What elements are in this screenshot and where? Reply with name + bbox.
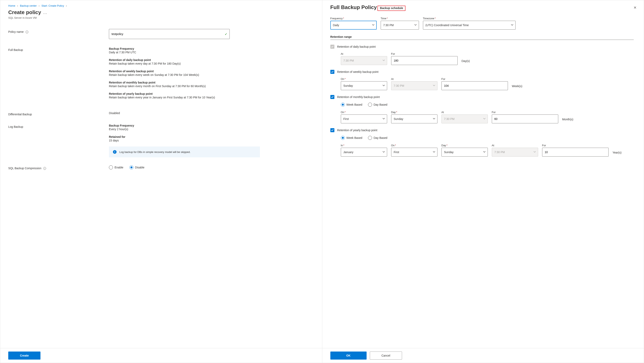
frequency-label: Frequency* (330, 17, 377, 20)
compression-label: SQL Backup Compression i (8, 165, 109, 170)
monthly-on-select[interactable]: First (341, 114, 387, 123)
retention-range-heading: Retention range (330, 35, 634, 38)
monthly-day-select[interactable]: Sunday (391, 114, 438, 123)
monthly-retention-value: Retain backup taken every month on First… (109, 84, 312, 88)
chevron-right-icon: › (66, 4, 67, 7)
monthly-at-select: 7:30 PM (442, 114, 488, 123)
differential-backup-label: Differential Backup (8, 111, 109, 116)
daily-retention-value: Retain backup taken every day at 7:30 PM… (109, 62, 312, 65)
timezone-select[interactable]: (UTC) Coordinated Universal Time (423, 21, 516, 29)
yearly-week-based-radio[interactable]: Week Based (341, 136, 362, 140)
chevron-down-icon (433, 150, 435, 154)
breadcrumb: Home › Backup center › Start: Create Pol… (8, 4, 312, 7)
chevron-down-icon (433, 117, 435, 120)
monthly-on-label: On* (341, 111, 387, 114)
chevron-down-icon (382, 150, 385, 154)
weekly-retention-value: Retain backup taken every week on Sunday… (109, 73, 312, 76)
breadcrumb-backup-center[interactable]: Backup center (20, 4, 37, 7)
monthly-unit: Month(s) (562, 118, 573, 123)
policy-name-label: Policy name i (8, 29, 109, 33)
chevron-down-icon (433, 84, 435, 87)
yearly-retention-value: Retain backup taken every year in Januar… (109, 96, 312, 99)
compression-enable-radio[interactable]: Enable (109, 165, 124, 169)
yearly-retention-heading: Retention of yearly backup point (109, 92, 312, 95)
info-banner-text: Log backup for DBs in simple recovery mo… (120, 150, 190, 154)
log-freq-heading: Backup Frequency (109, 124, 312, 127)
weekly-on-label: On* (341, 77, 387, 80)
daily-retention-label: Retention of daily backup point (337, 45, 376, 48)
monthly-retention-checkbox[interactable] (330, 95, 334, 99)
policy-name-input[interactable] (109, 29, 230, 39)
monthly-day-label: Day* (391, 111, 438, 114)
chevron-right-icon: › (17, 4, 18, 7)
log-backup-label: Log Backup (8, 124, 109, 128)
time-select[interactable]: 7:30 PM (381, 21, 419, 29)
chevron-right-icon: › (39, 4, 40, 7)
full-freq-heading: Backup Frequency (109, 47, 312, 50)
close-icon[interactable]: ✕ (632, 4, 638, 11)
chevron-down-icon (483, 117, 486, 120)
timezone-label: Timezone* (423, 17, 516, 20)
weekly-for-label: For (442, 77, 508, 80)
monthly-for-input[interactable] (492, 114, 558, 123)
weekly-at-select: 7:30 PM (391, 81, 438, 90)
info-icon: i (113, 150, 116, 154)
info-icon[interactable]: i (26, 30, 28, 33)
weekly-on-select[interactable]: Sunday (341, 81, 387, 90)
monthly-at-label: At (442, 111, 488, 114)
time-label: Time* (381, 17, 419, 20)
cancel-button[interactable]: Cancel (370, 352, 402, 360)
yearly-retention-label: Retention of yearly backup point (337, 129, 378, 132)
yearly-day-label: Day* (442, 144, 488, 147)
yearly-on-select[interactable]: First (391, 148, 438, 157)
daily-at-label: At (341, 52, 387, 55)
daily-for-label: For (391, 52, 458, 55)
compression-disable-radio[interactable]: Disable (130, 165, 144, 169)
yearly-unit: Year(s) (612, 151, 622, 157)
monthly-day-based-radio[interactable]: Day Based (368, 103, 387, 107)
yearly-in-label: In* (341, 144, 387, 147)
page-title: Create policy (8, 9, 41, 15)
monthly-retention-heading: Retention of monthly backup point (109, 81, 312, 84)
monthly-week-based-radio[interactable]: Week Based (341, 103, 362, 107)
full-freq-value: Daily at 7:30 PM UTC (109, 51, 312, 54)
log-retained-value: 15 days (109, 139, 312, 142)
yearly-at-select: 7:30 PM (492, 148, 538, 157)
full-backup-label: Full Backup (8, 47, 109, 51)
breadcrumb-home[interactable]: Home (8, 4, 15, 7)
chevron-down-icon (382, 117, 385, 120)
weekly-at-label: At (391, 77, 438, 80)
monthly-retention-label: Retention of monthly backup point (337, 95, 380, 99)
yearly-for-input[interactable] (542, 148, 608, 157)
daily-unit: Day(s) (462, 59, 470, 65)
differential-value: Disabled (109, 111, 312, 115)
log-retained-heading: Retained for (109, 135, 312, 138)
chevron-down-icon (534, 150, 536, 154)
chevron-down-icon (414, 23, 417, 27)
weekly-retention-label: Retention of weekly backup point (337, 70, 378, 73)
yearly-for-label: For (542, 144, 608, 147)
chevron-down-icon (511, 23, 513, 27)
log-freq-value: Every 2 hour(s) (109, 128, 312, 131)
breadcrumb-start-create-policy[interactable]: Start: Create Policy (42, 4, 64, 7)
create-button[interactable]: Create (8, 352, 40, 360)
daily-for-input[interactable] (391, 56, 458, 65)
weekly-for-input[interactable] (442, 81, 508, 90)
checkmark-icon: ✓ (225, 32, 227, 36)
frequency-select[interactable]: Daily (330, 21, 377, 29)
yearly-day-based-radio[interactable]: Day Based (368, 136, 387, 140)
daily-retention-checkbox (330, 45, 334, 49)
monthly-for-label: For (492, 111, 558, 114)
chevron-down-icon (483, 150, 486, 154)
chevron-down-icon (382, 84, 385, 87)
daily-retention-heading: Retention of daily backup point (109, 58, 312, 61)
info-icon[interactable]: i (43, 167, 46, 170)
weekly-retention-checkbox[interactable] (330, 70, 334, 74)
more-actions-button[interactable]: ⋯ (42, 11, 48, 15)
ok-button[interactable]: OK (330, 352, 366, 360)
yearly-retention-checkbox[interactable] (330, 128, 334, 132)
yearly-day-select[interactable]: Sunday (442, 148, 488, 157)
yearly-in-select[interactable]: January (341, 148, 387, 157)
chevron-down-icon (372, 23, 374, 27)
chevron-down-icon (382, 59, 385, 62)
